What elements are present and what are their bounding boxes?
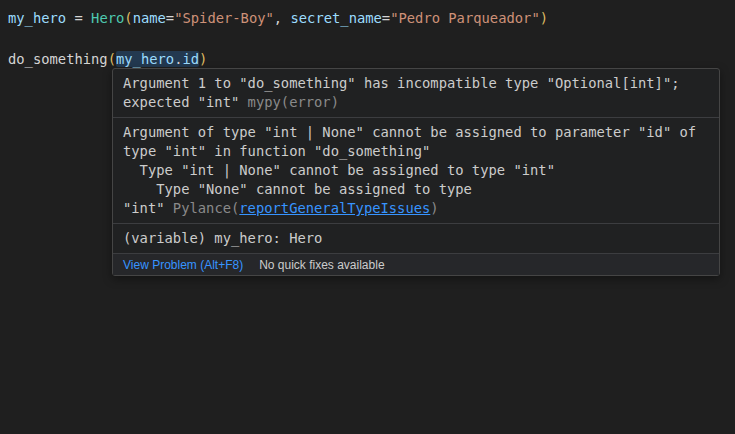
hover-text: Type "int | None" cannot be assigned to … <box>123 162 555 178</box>
hover-line: (variable) my_hero: Hero <box>123 229 709 248</box>
hover-line: type "int" in function "do_something" <box>123 142 709 161</box>
hover-text: expected "int" <box>123 94 248 110</box>
code-token: ( <box>108 51 116 67</box>
hover-line: Type "None" cannot be assigned to type <box>123 180 709 199</box>
code-token: my_hero <box>8 10 66 26</box>
hover-text: Argument 1 to "do_something" has incompa… <box>123 75 680 91</box>
code-token: "Pedro Parqueador" <box>390 10 540 26</box>
hover-text: Pylance( <box>173 200 239 216</box>
hover-text: mypy(error) <box>248 94 339 110</box>
code-token: ) <box>199 51 207 67</box>
hover-tooltip: Argument 1 to "do_something" has incompa… <box>112 68 720 276</box>
code-token: , <box>274 10 291 26</box>
hovered-symbol[interactable]: my_hero.id <box>116 51 199 67</box>
hover-line: Argument of type "int | None" cannot be … <box>123 123 709 142</box>
hover-line: Argument 1 to "do_something" has incompa… <box>123 74 709 93</box>
code-token: "Spider-Boy" <box>174 10 274 26</box>
code-area[interactable]: my_hero = Hero(name="Spider-Boy", secret… <box>8 8 735 70</box>
hover-text: "int" <box>123 200 173 216</box>
hover-section-pylance-diagnostic: Argument of type "int | None" cannot be … <box>113 118 719 224</box>
code-token: Hero <box>91 10 124 26</box>
diagnostic-link[interactable]: reportGeneralTypeIssues <box>239 200 430 216</box>
code-token: = <box>166 10 174 26</box>
hover-line: Type "int | None" cannot be assigned to … <box>123 161 709 180</box>
editor-root: my_hero = Hero(name="Spider-Boy", secret… <box>0 0 735 434</box>
code-token: ) <box>540 10 548 26</box>
hover-section-variable-info: (variable) my_hero: Hero <box>113 224 719 254</box>
no-quick-fixes-label: No quick fixes available <box>259 258 384 272</box>
hover-text: Type "None" cannot be assigned to type <box>123 181 472 197</box>
hover-line: "int" Pylance(reportGeneralTypeIssues) <box>123 199 709 218</box>
view-problem-link[interactable]: View Problem (Alt+F8) <box>123 258 243 272</box>
code-line: my_hero = Hero(name="Spider-Boy", secret… <box>8 8 735 29</box>
hover-text: ) <box>430 200 438 216</box>
code-token: id <box>182 51 199 67</box>
hover-text: Argument of type "int | None" cannot be … <box>123 124 696 140</box>
hover-text: type "int" in function "do_something" <box>123 143 430 159</box>
code-token: = <box>66 10 91 26</box>
hover-section-mypy-diagnostic: Argument 1 to "do_something" has incompa… <box>113 69 719 118</box>
code-token: secret_name <box>290 10 381 26</box>
hover-sections: Argument 1 to "do_something" has incompa… <box>113 69 719 254</box>
code-line: do_something(my_hero.id) <box>8 49 735 70</box>
code-token: my_hero <box>116 51 174 67</box>
hover-line: expected "int" mypy(error) <box>123 93 709 112</box>
hover-text: (variable) my_hero: Hero <box>123 230 322 246</box>
code-token: name <box>133 10 166 26</box>
code-token: do_something <box>8 51 108 67</box>
code-line <box>8 29 735 50</box>
hover-status-bar: View Problem (Alt+F8) No quick fixes ava… <box>113 254 719 275</box>
code-token: ( <box>124 10 132 26</box>
code-token: = <box>382 10 390 26</box>
